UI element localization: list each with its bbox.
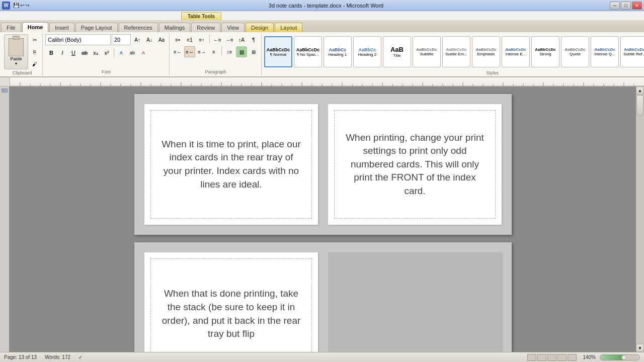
copy-button[interactable]: ⎘ (29, 46, 40, 57)
numbering-button[interactable]: ≡1 (184, 34, 195, 45)
styles-group: AaBbCcDc ¶ Normal AaBbCcDc ¶ No Spac... … (262, 33, 644, 75)
font-size-input[interactable] (112, 34, 131, 45)
quick-access-save[interactable]: 💾 (13, 3, 19, 8)
style-subtitle[interactable]: AaBbCcDc Subtitle (413, 36, 441, 67)
clear-format-button[interactable]: Aa (156, 34, 167, 45)
style-intense-em[interactable]: AaBbCcDc Intense E... (502, 36, 530, 67)
maximize-button[interactable]: □ (621, 2, 631, 10)
style-subtle-em-label: Subtle Em... (445, 52, 467, 56)
page-13-top: When it is time to print, place our inde… (134, 94, 512, 235)
window-title: 3d note cards - template.docx - Microsof… (42, 3, 610, 9)
style-intense-em-label: Intense E... (506, 52, 526, 56)
style-intense-q-preview: AaBbCcDc (594, 47, 615, 52)
style-subtle-ref-preview: AaBbCcDc (624, 47, 644, 52)
tab-layout[interactable]: Layout (275, 23, 302, 32)
left-margin-bar (0, 86, 10, 352)
print-layout-button[interactable] (527, 354, 536, 361)
style-no-spacing[interactable]: AaBbCcDc ¶ No Spac... (294, 36, 322, 67)
font-name-input[interactable] (45, 34, 111, 45)
highlight-button[interactable]: ab (127, 48, 137, 58)
increase-font-button[interactable]: A↑ (132, 34, 143, 45)
style-normal[interactable]: AaBbCcDc ¶ Normal (264, 36, 292, 67)
draft-view-button[interactable] (568, 354, 577, 361)
align-left-button[interactable]: ≡← (172, 46, 183, 57)
scroll-down-button[interactable]: ▼ (636, 344, 644, 352)
quick-access-redo[interactable]: ↪ (25, 3, 29, 8)
multilevel-button[interactable]: ≡↑ (196, 34, 207, 45)
style-title[interactable]: AaB Title (383, 36, 411, 67)
style-normal-preview: AaBbCcDc (267, 47, 290, 52)
close-button[interactable]: ✕ (632, 2, 642, 10)
tab-design[interactable]: Design (246, 23, 274, 32)
tab-page-layout[interactable]: Page Layout (75, 23, 118, 32)
underline-button[interactable]: U (68, 48, 78, 58)
card-3-outer[interactable]: When that is done printing, take the sta… (144, 252, 318, 352)
decrease-font-button[interactable]: A↓ (144, 34, 155, 45)
full-screen-button[interactable] (537, 354, 546, 361)
align-right-button[interactable]: ≡→ (196, 46, 207, 57)
text-effect-button[interactable]: A (116, 48, 126, 58)
line-spacing-button[interactable]: ↕≡ (224, 46, 235, 57)
strikethrough-button[interactable]: ab (79, 48, 90, 58)
italic-button[interactable]: I (57, 48, 67, 58)
tab-home[interactable]: Home (22, 22, 49, 32)
document-scroll-area[interactable]: When it is time to print, place our inde… (10, 86, 636, 352)
style-emphasis[interactable]: AaBbCcDc Emphasis (472, 36, 500, 67)
minimize-button[interactable]: ─ (610, 2, 620, 10)
outline-view-button[interactable] (557, 354, 567, 361)
style-intense-q[interactable]: AaBbCcDc Intense Q... (591, 36, 619, 67)
align-center-button[interactable]: ≡↔ (184, 46, 195, 57)
format-painter-button[interactable]: 🖌 (29, 58, 40, 69)
status-bar: Page: 13 of 13 Words: 172 ✓ 140% (0, 352, 644, 362)
style-h2-label: Heading 2 (358, 52, 376, 57)
tab-review[interactable]: Review (191, 23, 220, 32)
style-h1-label: Heading 1 (329, 52, 347, 57)
shading-button[interactable]: ▨ (236, 46, 247, 57)
tab-mailings[interactable]: Mailings (159, 23, 190, 32)
style-strong[interactable]: AaBbCcDc Strong (531, 36, 559, 67)
ribbon-content: Paste ▾ ✂ ⎘ 🖌 Clipboard A↑ A↓ Aa (0, 32, 644, 76)
style-emphasis-preview: AaBbCcDc (475, 47, 496, 52)
page-thumb-13[interactable] (2, 88, 8, 93)
spell-check-icon[interactable]: ✓ (78, 354, 83, 360)
style-quote[interactable]: AaBbCcDc Quote (561, 36, 589, 67)
sort-button[interactable]: ↕A (236, 34, 247, 45)
card-2-outer[interactable]: When printing, change your print setting… (328, 104, 502, 225)
web-layout-button[interactable] (547, 354, 556, 361)
table-tools-bar: Table Tools (0, 11, 644, 20)
card-3-text: When that is done printing, take the sta… (161, 287, 301, 340)
tab-references[interactable]: References (119, 23, 158, 32)
tab-view[interactable]: View (221, 23, 245, 32)
card-1-outer[interactable]: When it is time to print, place our inde… (144, 104, 318, 225)
paste-button[interactable]: Paste ▾ (4, 34, 28, 69)
font-row1: A↑ A↓ Aa (45, 34, 167, 45)
bold-button[interactable]: B (46, 48, 56, 58)
style-subtle-ref[interactable]: AaBbCcDc Subtle Ref... (620, 36, 644, 67)
style-strong-preview: AaBbCcDc (535, 47, 555, 52)
style-subtle-em[interactable]: AaBbCcDc Subtle Em... (442, 36, 470, 67)
tab-insert[interactable]: Insert (49, 23, 74, 32)
zoom-level: 140% (583, 354, 596, 360)
bullets-button[interactable]: ≡• (172, 34, 183, 45)
zoom-slider[interactable] (600, 354, 640, 360)
scroll-thumb[interactable] (636, 95, 643, 115)
show-marks-button[interactable]: ¶ (248, 34, 259, 45)
subscript-button[interactable]: x₂ (91, 48, 101, 58)
page-row-1: When it is time to print, place our inde… (144, 104, 502, 225)
font-color-button[interactable]: A (138, 48, 148, 58)
tab-file[interactable]: File (1, 23, 21, 32)
superscript-button[interactable]: x² (102, 48, 112, 58)
borders-button[interactable]: ⊞ (248, 46, 259, 57)
decrease-indent-button[interactable]: ←≡ (212, 34, 223, 45)
style-heading2[interactable]: AaBbCc Heading 2 (353, 36, 381, 67)
cut-button[interactable]: ✂ (29, 34, 40, 45)
document-area: When it is time to print, place our inde… (0, 86, 644, 352)
justify-button[interactable]: ≡ (208, 46, 219, 57)
increase-indent-button[interactable]: →≡ (224, 34, 235, 45)
paragraph-row2: ≡← ≡↔ ≡→ ≡ ↕≡ ▨ ⊞ (172, 46, 259, 57)
style-heading1[interactable]: AaBbCc Heading 1 (324, 36, 352, 67)
card-3-inner: When that is done printing, take the sta… (150, 258, 312, 352)
scroll-up-button[interactable]: ▲ (636, 86, 644, 95)
font-separator-1 (114, 48, 114, 57)
quick-access-undo[interactable]: ↩ (20, 3, 24, 8)
